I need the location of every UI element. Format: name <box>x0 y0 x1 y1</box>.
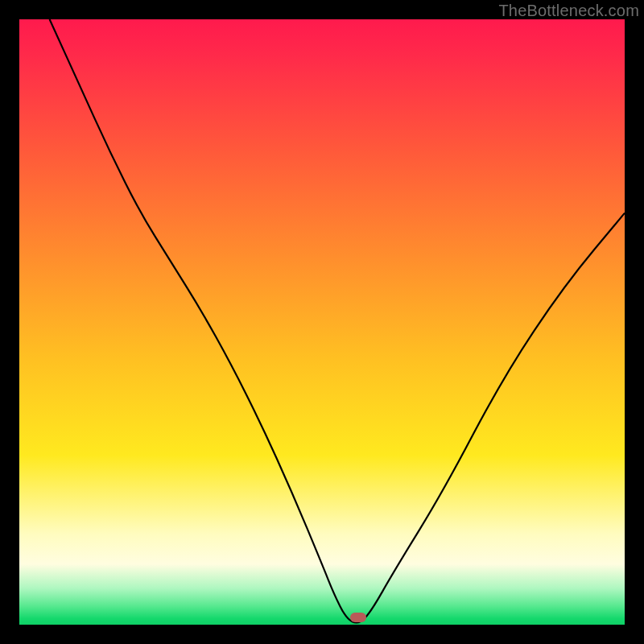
plot-area <box>19 19 625 625</box>
bottleneck-curve <box>19 19 625 625</box>
optimal-point-marker <box>350 613 366 622</box>
watermark-text: TheBottleneck.com <box>498 2 639 20</box>
chart-stage: TheBottleneck.com <box>0 0 644 644</box>
